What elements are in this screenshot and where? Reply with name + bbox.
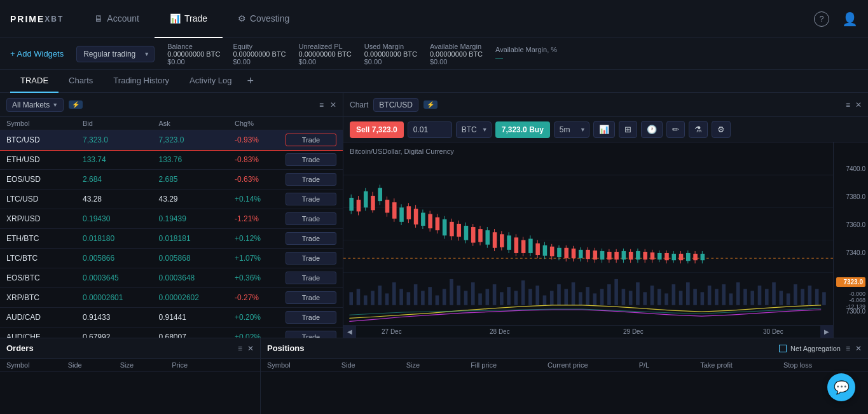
- svg-rect-22: [471, 282, 475, 305]
- tab-trade[interactable]: 📊 Trade: [155, 0, 223, 38]
- price-label: 7340.0: [836, 249, 865, 256]
- col-orders-symbol: Symbol: [6, 361, 30, 369]
- buy-button[interactable]: 7,323.0 Buy: [495, 121, 550, 138]
- svg-rect-40: [600, 289, 604, 305]
- date-label: 29 Dec: [623, 328, 644, 335]
- close-icon[interactable]: ✕: [330, 100, 336, 109]
- orders-menu-icon[interactable]: ≡: [238, 344, 242, 353]
- tab-account[interactable]: 🖥 Account: [79, 0, 155, 38]
- chart-symbol-select[interactable]: BTC/USD: [373, 98, 418, 112]
- positions-menu-icon[interactable]: ≡: [846, 344, 850, 353]
- col-pos-symbol: Symbol: [267, 361, 291, 369]
- qty-wrapper: [408, 121, 452, 138]
- ask-value: 133.76: [159, 155, 235, 164]
- quantity-input[interactable]: [408, 121, 452, 138]
- tab-charts[interactable]: Charts: [59, 70, 103, 93]
- trade-button[interactable]: Trade: [286, 291, 336, 304]
- table-row[interactable]: LTC/USD 43.28 43.29 +0.14% Trade: [0, 190, 343, 209]
- table-row[interactable]: ETH/USD 133.74 133.76 -0.83% Trade: [0, 150, 343, 170]
- table-row[interactable]: EOS/BTC 0.0003645 0.0003648 +0.36% Trade: [0, 268, 343, 288]
- indicator-val: -0.000: [836, 291, 865, 297]
- svg-rect-21: [464, 291, 468, 305]
- chart-tool-flask[interactable]: ⚗: [689, 121, 708, 138]
- trade-button[interactable]: Trade: [286, 311, 336, 324]
- table-row[interactable]: EOS/USD 2.684 2.685 -0.63% Trade: [0, 170, 343, 190]
- chart-tool-clock[interactable]: 🕐: [641, 121, 663, 138]
- tab-covesting[interactable]: ⚙ Covesting: [223, 0, 305, 38]
- covesting-icon: ⚙: [238, 13, 246, 24]
- chart-tool-draw[interactable]: ✏: [666, 121, 685, 138]
- trade-button[interactable]: Trade: [286, 134, 336, 146]
- bid-value: 0.19430: [83, 214, 159, 223]
- trade-button[interactable]: Trade: [286, 173, 336, 186]
- trade-button[interactable]: Trade: [286, 153, 336, 166]
- date-labels-bar: 27 Dec 28 Dec 29 Dec 30 Dec: [343, 325, 833, 338]
- chart-badge[interactable]: ⚡: [424, 100, 437, 109]
- all-markets-btn[interactable]: All Markets ▼: [6, 98, 64, 112]
- orders-close-icon[interactable]: ✕: [247, 344, 254, 353]
- market-badge[interactable]: ⚡: [69, 100, 83, 109]
- sell-button[interactable]: Sell 7,323.0: [350, 121, 404, 138]
- user-icon[interactable]: 👤: [842, 11, 858, 27]
- chart-svg: 05:00 06:00 07:00 08:00 09:00 10:00 11:0…: [343, 142, 833, 338]
- svg-rect-11: [392, 282, 396, 305]
- add-widgets-btn[interactable]: + Add Widgets: [10, 49, 64, 59]
- chart-tool-layout[interactable]: ⊞: [619, 121, 637, 138]
- trade-button[interactable]: Trade: [286, 272, 336, 284]
- trade-button[interactable]: Trade: [286, 193, 336, 205]
- tab-trading-history[interactable]: Trading History: [103, 70, 179, 93]
- svg-rect-61: [750, 291, 754, 305]
- svg-rect-110: [485, 230, 490, 245]
- symbol-label: XRP/USD: [6, 214, 83, 223]
- tab-trade-main[interactable]: TRADE: [10, 70, 59, 93]
- chart-tool-indicators[interactable]: 📊: [593, 121, 615, 138]
- table-row[interactable]: AUD/CHF 0.67992 0.68007 +0.02% Trade: [0, 328, 343, 338]
- tabs-row: TRADE Charts Trading History Activity Lo…: [0, 70, 868, 93]
- net-aggregation: Net Aggregation: [779, 345, 841, 352]
- svg-rect-39: [593, 293, 597, 305]
- chart-tool-settings[interactable]: ⚙: [712, 121, 731, 138]
- svg-rect-67: [794, 284, 797, 305]
- tab-add-button[interactable]: +: [242, 74, 259, 88]
- chg-value: +0.14%: [235, 195, 286, 204]
- main-area: All Markets ▼ ⚡ ≡ ✕ Symbol Bid Ask Chg% …: [0, 93, 868, 338]
- chart-panel-header: Chart BTC/USD ⚡ ≡ ✕: [343, 93, 868, 117]
- col-orders-price: Price: [172, 361, 188, 369]
- svg-rect-41: [607, 284, 611, 305]
- chart-scroll-left[interactable]: ◀: [343, 325, 356, 338]
- net-agg-checkbox[interactable]: [779, 345, 787, 352]
- svg-rect-68: [801, 289, 804, 305]
- chart-scroll-right[interactable]: ▶: [820, 325, 833, 338]
- positions-close-icon[interactable]: ✕: [855, 344, 862, 353]
- svg-rect-38: [586, 287, 589, 305]
- trade-button[interactable]: Trade: [286, 232, 336, 245]
- table-row[interactable]: ETH/BTC 0.018180 0.018181 +0.12% Trade: [0, 229, 343, 249]
- positions-panel: Positions Net Aggregation ≡ ✕ Symbol Sid…: [261, 338, 868, 414]
- svg-rect-44: [629, 291, 633, 305]
- table-row[interactable]: AUD/CAD 0.91433 0.91441 +0.20% Trade: [0, 308, 343, 328]
- chart-menu-icon[interactable]: ≡: [846, 100, 850, 109]
- table-row[interactable]: XRP/BTC 0.00002601 0.00002602 -0.27% Tra…: [0, 288, 343, 308]
- chg-value: +0.20%: [235, 313, 286, 322]
- help-icon[interactable]: ?: [814, 11, 829, 27]
- table-row[interactable]: XRP/USD 0.19430 0.19439 -1.21% Trade: [0, 209, 343, 229]
- timeframe-select[interactable]: 5m1m15m1h: [554, 121, 589, 138]
- positions-panel-title: Positions: [267, 343, 305, 353]
- svg-rect-18: [443, 289, 446, 305]
- trade-button[interactable]: Trade: [286, 212, 336, 225]
- trade-button[interactable]: Trade: [286, 252, 336, 265]
- table-row[interactable]: LTC/BTC 0.005866 0.005868 +1.07% Trade: [0, 249, 343, 268]
- chart-close-icon[interactable]: ✕: [855, 100, 862, 109]
- trading-mode-select[interactable]: Regular trading: [76, 46, 155, 62]
- chat-button[interactable]: 💬: [827, 373, 855, 401]
- tab-activity-log[interactable]: Activity Log: [179, 70, 242, 93]
- market-panel-header-left: All Markets ▼ ⚡: [6, 98, 83, 112]
- svg-rect-9: [378, 286, 382, 305]
- menu-icon[interactable]: ≡: [319, 100, 324, 109]
- svg-rect-10: [385, 293, 389, 305]
- trade-icon: 📊: [170, 13, 181, 24]
- svg-rect-32: [543, 295, 547, 305]
- table-row[interactable]: BTC/USD 7,323.0 7,323.0 -0.93% Trade: [0, 130, 343, 150]
- quantity-unit-select[interactable]: BTC: [456, 121, 492, 138]
- trade-button[interactable]: Trade: [286, 331, 336, 338]
